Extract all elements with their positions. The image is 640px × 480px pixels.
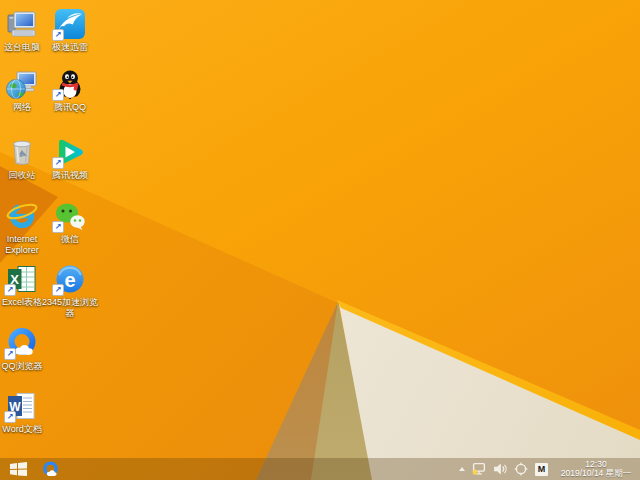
shortcut-arrow-icon [4, 348, 16, 360]
start-button[interactable] [0, 458, 36, 480]
clock-date: 2019/10/14 星期一 [555, 469, 637, 479]
desktop-icon-xunlei[interactable]: 极速迅雷 [40, 8, 100, 53]
taskbar: M 12:30 2019/10/14 星期一 [0, 458, 640, 480]
desktop-icon-qq-browser[interactable]: QQ浏览器 [0, 327, 52, 372]
taskbar-clock[interactable]: 12:30 2019/10/14 星期一 [555, 460, 637, 479]
desktop-icon-tencent-qq[interactable]: 腾讯QQ [40, 68, 100, 113]
icon-label: Word文档 [0, 424, 52, 435]
desktop-icon-wechat[interactable]: 微信 [40, 200, 100, 245]
desktop-icon-2345-browser[interactable]: e 2345加速浏览器 [40, 263, 100, 319]
icon-label: 腾讯视频 [40, 170, 100, 181]
shortcut-arrow-icon [52, 29, 64, 41]
shortcut-arrow-icon [52, 284, 64, 296]
shortcut-arrow-icon [52, 221, 64, 233]
shortcut-arrow-icon [4, 411, 16, 423]
shortcut-arrow-icon [52, 89, 64, 101]
shortcut-arrow-icon [4, 284, 16, 296]
system-tray: M 12:30 2019/10/14 星期一 [459, 458, 640, 480]
internet-explorer-icon [6, 200, 38, 232]
2345-browser-icon: e [54, 263, 86, 295]
taskbar-qq-browser-button[interactable] [36, 458, 64, 480]
tencent-qq-icon [54, 68, 86, 100]
icon-label: 腾讯QQ [40, 102, 100, 113]
qq-browser-icon [6, 327, 38, 359]
qq-browser-icon [42, 461, 59, 478]
this-pc-icon [6, 8, 38, 40]
icon-label: 极速迅雷 [40, 42, 100, 53]
desktop-icon-tencent-video[interactable]: 腾讯视频 [40, 136, 100, 181]
volume-icon[interactable] [493, 462, 507, 476]
network-icon [6, 68, 38, 100]
wechat-icon [54, 200, 86, 232]
icon-label: QQ浏览器 [0, 361, 52, 372]
input-method-indicator[interactable]: M [535, 463, 548, 476]
svg-text:e: e [64, 269, 75, 291]
icon-label: 微信 [40, 234, 100, 245]
safety-icon[interactable] [514, 462, 528, 476]
xunlei-icon [54, 8, 86, 40]
excel-icon: X [6, 263, 38, 295]
word-icon: W [6, 390, 38, 422]
windows-logo-icon [10, 462, 27, 476]
icon-label: 2345加速浏览器 [40, 297, 100, 319]
network-status-icon[interactable] [472, 462, 486, 476]
hidden-icons-chevron[interactable] [459, 467, 465, 471]
tencent-video-icon [54, 136, 86, 168]
desktop[interactable]: 这台电脑 网络 [0, 0, 640, 480]
recycle-bin-icon [6, 136, 38, 168]
shortcut-arrow-icon [52, 157, 64, 169]
desktop-icon-word[interactable]: W Word文档 [0, 390, 52, 435]
